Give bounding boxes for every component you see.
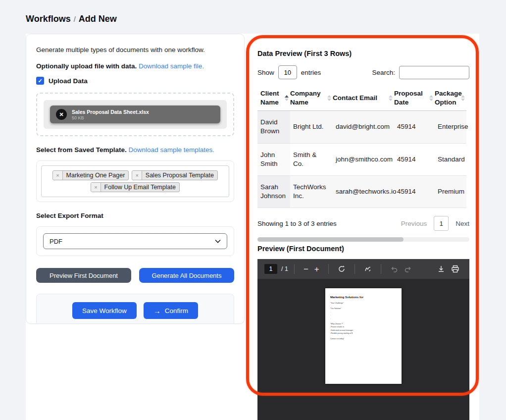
pdf-canvas-area[interactable]: Marketing Solutions for "Your Challenge"… bbox=[257, 279, 469, 420]
zoom-in-button[interactable]: + bbox=[311, 264, 322, 274]
confirm-button[interactable]: → Confirm bbox=[144, 302, 198, 319]
cell-client-name: Sarah Johnson bbox=[257, 175, 290, 208]
sort-icon bbox=[461, 95, 465, 101]
save-workflow-button[interactable]: Save Workflow bbox=[72, 302, 137, 319]
page-length-control: Show entries bbox=[257, 65, 321, 79]
cell-proposal-date: 45914 bbox=[394, 175, 435, 208]
cell-client-name: David Brown bbox=[257, 111, 290, 143]
document-line: -Proven results in bbox=[330, 326, 397, 328]
page-count-label: / 1 bbox=[281, 265, 288, 272]
sort-icon bbox=[327, 95, 331, 101]
table-row: John Smith Smith & Co. john@smithco.com … bbox=[257, 143, 466, 175]
document-line: "Your Challenge" bbox=[330, 302, 397, 304]
preview-panel: Data Preview (First 3 Rows) Show entries… bbox=[248, 35, 479, 420]
preview-first-document-button[interactable]: Preview First Document bbox=[36, 268, 131, 283]
column-header-contact-email[interactable]: Contact Email bbox=[333, 85, 394, 111]
document-line: - bbox=[330, 314, 397, 316]
undo-icon[interactable] bbox=[387, 264, 401, 274]
breadcrumb: Workflows/Add New bbox=[26, 14, 117, 24]
remove-template-icon[interactable]: × bbox=[132, 171, 142, 180]
upload-data-toggle[interactable]: ✓ Upload Data bbox=[36, 77, 234, 85]
document-line: "Our Solution" bbox=[330, 308, 397, 310]
page-number-input[interactable]: 1 bbox=[264, 264, 277, 274]
template-multiselect[interactable]: × Marketing One Pager × Sales Proposal T… bbox=[41, 165, 229, 197]
download-sample-file-link[interactable]: Download sample file. bbox=[139, 62, 204, 70]
column-header-proposal-date[interactable]: Proposal Date bbox=[394, 85, 435, 111]
cell-package-option: Enterprise bbox=[435, 111, 466, 143]
table-row: David Brown Bright Ltd. david@bright.com… bbox=[257, 111, 466, 143]
pagination-next[interactable]: Next bbox=[455, 220, 469, 227]
export-format-container: PDF bbox=[36, 226, 234, 256]
toolbar-divider bbox=[381, 264, 381, 274]
search-input[interactable] bbox=[399, 66, 469, 79]
document-line: -Dedicated account manager bbox=[330, 329, 397, 331]
template-select-container: × Marketing One Pager × Sales Proposal T… bbox=[36, 160, 234, 202]
cell-package-option: Standard bbox=[435, 143, 466, 175]
cell-company-name: TechWorks Inc. bbox=[290, 175, 333, 208]
intro-text: Generate multiple types of documents wit… bbox=[36, 46, 234, 53]
file-dropzone-inner: ✕ Sales Proposal Data Sheet.xlsx 50 KB bbox=[44, 100, 227, 129]
show-label: Show bbox=[257, 69, 274, 76]
template-chip-label: Marketing One Pager bbox=[63, 171, 129, 180]
cell-company-name: Bright Ltd. bbox=[290, 111, 333, 143]
upload-instruction: Optionally upload file with data. Downlo… bbox=[36, 62, 234, 70]
template-chip-label: Follow Up Email Template bbox=[101, 183, 179, 192]
zoom-out-button[interactable]: − bbox=[301, 264, 311, 274]
template-instruction-label: Select from Saved Template. bbox=[36, 146, 127, 154]
cell-client-name: John Smith bbox=[257, 143, 290, 175]
redo-icon[interactable] bbox=[401, 264, 415, 274]
pagination-page-1[interactable]: 1 bbox=[434, 216, 449, 231]
breadcrumb-separator: / bbox=[71, 15, 79, 23]
toolbar-divider bbox=[328, 264, 329, 274]
sort-icon bbox=[389, 95, 393, 101]
cell-proposal-date: 45914 bbox=[394, 111, 435, 143]
table-info: Showing 1 to 3 of 3 entries bbox=[257, 220, 337, 227]
entries-count-select[interactable] bbox=[278, 65, 297, 79]
confirm-button-label: Confirm bbox=[165, 307, 188, 315]
template-instruction: Select from Saved Template. Download sam… bbox=[36, 146, 234, 154]
download-icon[interactable] bbox=[434, 264, 448, 274]
pdf-toolbar: 1 / 1 − + bbox=[257, 259, 469, 279]
entries-label: entries bbox=[301, 69, 321, 76]
document-line: - bbox=[330, 311, 397, 313]
print-icon[interactable] bbox=[448, 264, 462, 274]
data-preview-title: Data Preview (First 3 Rows) bbox=[257, 50, 469, 57]
arrow-right-icon: → bbox=[153, 307, 161, 315]
toolbar-divider bbox=[354, 264, 355, 274]
uploaded-file-chip: ✕ Sales Proposal Data Sheet.xlsx 50 KB bbox=[50, 105, 220, 123]
cell-contact-email: david@bright.com bbox=[333, 111, 394, 143]
draw-ink-icon[interactable] bbox=[361, 264, 375, 274]
cell-package-option: Premium bbox=[435, 175, 466, 208]
remove-template-icon[interactable]: × bbox=[53, 171, 62, 180]
scrollbar-thumb[interactable] bbox=[257, 237, 404, 242]
document-heading: Marketing Solutions for bbox=[330, 296, 397, 299]
breadcrumb-section[interactable]: Workflows bbox=[26, 14, 71, 24]
remove-file-icon[interactable]: ✕ bbox=[56, 109, 67, 120]
save-confirm-bar: Save Workflow → Confirm bbox=[36, 294, 234, 324]
template-chip: × Follow Up Email Template bbox=[91, 182, 180, 192]
sort-icon bbox=[285, 95, 289, 101]
upload-data-checkbox[interactable]: ✓ bbox=[36, 77, 44, 85]
template-chip: × Marketing One Pager bbox=[52, 170, 129, 180]
pagination: Previous 1 Next bbox=[401, 216, 469, 231]
rotate-icon[interactable] bbox=[335, 264, 349, 274]
horizontal-scrollbar[interactable] bbox=[257, 237, 469, 242]
column-header-package-option[interactable]: Package Option bbox=[435, 85, 466, 111]
export-format-select[interactable]: PDF bbox=[43, 233, 227, 249]
file-name: Sales Proposal Data Sheet.xlsx bbox=[72, 109, 149, 115]
search-label: Search: bbox=[372, 69, 395, 76]
pagination-previous[interactable]: Previous bbox=[401, 220, 427, 227]
remove-template-icon[interactable]: × bbox=[91, 183, 101, 192]
data-preview-table: Client Name Company Name Contact Email P… bbox=[257, 85, 466, 208]
column-header-client-name[interactable]: Client Name bbox=[257, 85, 290, 111]
generate-all-documents-button[interactable]: Generate All Documents bbox=[139, 268, 234, 283]
download-sample-templates-link[interactable]: Download sample templates. bbox=[129, 146, 214, 154]
cell-contact-email: sarah@techworks.io bbox=[333, 175, 394, 208]
export-format-value: PDF bbox=[50, 238, 62, 245]
column-header-company-name[interactable]: Company Name bbox=[290, 85, 333, 111]
document-preview-title: Preview (First Document) bbox=[257, 245, 469, 253]
file-size: 50 KB bbox=[72, 115, 149, 120]
file-dropzone[interactable]: ✕ Sales Proposal Data Sheet.xlsx 50 KB bbox=[36, 93, 234, 136]
sort-icon bbox=[429, 95, 433, 101]
table-row: Sarah Johnson TechWorks Inc. sarah@techw… bbox=[257, 175, 466, 208]
